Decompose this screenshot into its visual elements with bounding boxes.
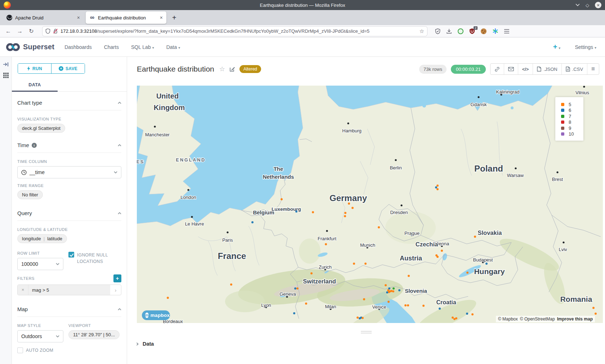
remove-filter-icon[interactable]: × (18, 285, 28, 295)
favorite-star-icon[interactable]: ☆ (219, 65, 225, 73)
auto-zoom-checkbox-row[interactable]: AUTO ZOOM (17, 347, 63, 354)
nav-sql-lab[interactable]: SQL Lab▾ (131, 44, 154, 50)
legend-item[interactable]: 7 (561, 113, 583, 119)
scatter-point[interactable] (251, 221, 254, 223)
row-limit-select[interactable]: 100000 (17, 258, 63, 270)
collapse-panel-icon[interactable] (3, 62, 9, 67)
scatter-point[interactable] (362, 317, 364, 319)
scatter-point[interactable] (422, 305, 425, 307)
scatter-point[interactable] (293, 312, 295, 314)
tab-apache-druid[interactable]: Apache Druid × (3, 12, 84, 24)
browser-menu-icon[interactable] (503, 28, 510, 35)
scatter-point[interactable] (295, 210, 297, 213)
scatter-point[interactable] (363, 298, 365, 300)
ignore-null-checkbox-row[interactable]: IGNORE NULL LOCATIONS (68, 252, 121, 265)
scatter-point[interactable] (471, 313, 474, 315)
scatter-point[interactable] (351, 207, 354, 209)
cookie-extension-icon[interactable] (480, 28, 487, 35)
scatter-point[interactable] (344, 212, 346, 214)
add-new-button[interactable]: +▾ (553, 43, 561, 51)
url-bar[interactable]: 172.18.0.3:32108/superset/explore/?form_… (42, 27, 427, 36)
chart-menu-icon[interactable]: ≡ (587, 64, 599, 74)
embed-code-button[interactable]: </> (518, 64, 533, 74)
tab-close-icon[interactable]: × (77, 15, 80, 21)
tab-earthquake-distribution[interactable]: ∞ Earthquake distribution × (86, 12, 166, 24)
superset-logo[interactable]: Superset (6, 42, 54, 52)
scatter-point[interactable] (404, 304, 407, 306)
window-minimize-icon[interactable] (575, 4, 580, 6)
nav-data[interactable]: Data▾ (166, 44, 180, 50)
checkbox-unchecked-icon[interactable] (17, 347, 23, 353)
scatter-point[interactable] (435, 186, 437, 188)
scatter-point[interactable] (310, 272, 313, 274)
section-query[interactable]: Query (17, 210, 121, 221)
scatter-point[interactable] (167, 297, 169, 299)
insecure-lock-icon[interactable] (53, 28, 58, 34)
scatter-point[interactable] (296, 287, 299, 290)
shield-check-icon[interactable] (434, 28, 441, 35)
scatter-point[interactable] (441, 250, 443, 252)
export-json-button[interactable]: .JSON (533, 64, 561, 74)
legend-item[interactable]: 9 (561, 125, 583, 131)
scatter-point[interactable] (344, 215, 346, 217)
scatter-point[interactable] (388, 287, 390, 290)
attribution-mapbox[interactable]: © Mapbox (498, 317, 518, 322)
save-button[interactable]: + SAVE (51, 64, 85, 73)
scatter-point[interactable] (357, 317, 359, 319)
run-button[interactable]: RUN (18, 64, 51, 73)
window-maximize-icon[interactable]: ◇ (586, 3, 589, 8)
scatter-point[interactable] (386, 291, 388, 294)
scatter-point[interactable] (474, 236, 476, 238)
scatter-point[interactable] (436, 256, 439, 258)
tab-data[interactable]: DATA (12, 81, 58, 92)
scatter-point[interactable] (408, 275, 410, 277)
time-column-select[interactable]: __time (17, 166, 121, 178)
viz-type-value[interactable]: deck.gl Scatterplot (17, 124, 65, 133)
window-close-icon[interactable]: × (595, 2, 601, 8)
scatter-point[interactable] (485, 263, 488, 265)
scatter-point[interactable] (353, 263, 355, 265)
ublock-icon[interactable]: 2 (469, 28, 475, 35)
extension-asterisk-icon[interactable] (492, 28, 498, 35)
section-map[interactable]: Map (17, 306, 121, 317)
scatter-point[interactable] (455, 317, 457, 319)
add-filter-button[interactable]: + (113, 274, 121, 282)
altered-badge[interactable]: Altered (239, 65, 261, 73)
copy-link-button[interactable] (490, 64, 504, 74)
scatter-point[interactable] (466, 272, 469, 274)
url-text[interactable]: 172.18.0.3:32108/superset/explore/?form_… (60, 28, 417, 34)
viewport-value[interactable]: 11° 28' 29.70" | 50... (68, 330, 120, 339)
scatter-point[interactable] (398, 289, 400, 291)
deckgl-map[interactable]: ManchesterLondonLe HavreParisBordeauxHam… (137, 86, 603, 323)
scatter-point[interactable] (466, 313, 468, 315)
data-panel-toggle[interactable]: Data (136, 341, 154, 347)
scatter-point[interactable] (387, 301, 390, 303)
time-range-value[interactable]: No filter (17, 190, 43, 199)
email-button[interactable] (504, 64, 518, 74)
scatter-point[interactable] (592, 307, 595, 309)
scatter-point[interactable] (392, 290, 394, 292)
new-tab-button[interactable]: + (169, 14, 180, 22)
reload-icon[interactable]: ↻ (27, 28, 36, 35)
scatter-point[interactable] (595, 313, 597, 315)
chevron-right-icon[interactable]: › (110, 287, 121, 293)
legend-item[interactable]: 6 (561, 108, 583, 114)
dataset-grid-icon[interactable] (3, 73, 9, 78)
attribution-osm[interactable]: © OpenStreetMap (520, 317, 555, 322)
bookmark-star-icon[interactable]: ☆ (420, 28, 424, 35)
forward-icon[interactable]: → (15, 28, 24, 35)
scatter-point[interactable] (294, 287, 296, 290)
scatter-point[interactable] (281, 198, 283, 200)
map-style-select[interactable]: Outdoors (17, 330, 63, 342)
scatter-point[interactable] (230, 283, 232, 286)
attribution-improve-link[interactable]: Improve this map (557, 317, 593, 322)
scatter-point[interactable] (325, 243, 327, 245)
legend-item[interactable]: 8 (561, 119, 583, 126)
nav-charts[interactable]: Charts (104, 44, 119, 50)
settings-menu[interactable]: Settings▾ (575, 44, 596, 50)
panel-drag-handle[interactable] (361, 331, 372, 335)
filter-item[interactable]: × mag > 5 › (17, 285, 121, 295)
scatter-point[interactable] (439, 308, 441, 310)
lonlat-value[interactable]: longitude|latitude (17, 234, 67, 243)
mapbox-logo[interactable]: m mapbox (142, 310, 170, 320)
